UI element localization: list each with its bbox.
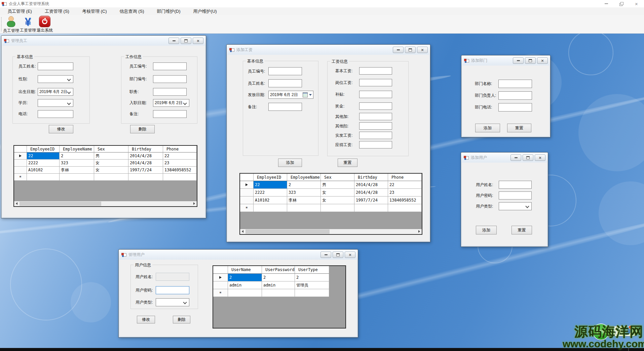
row-header[interactable]: * <box>240 204 254 212</box>
menu-item-4[interactable]: 部门维护(D) <box>153 7 185 15</box>
text-field[interactable] <box>153 88 187 96</box>
scrollbar-thumb[interactable] <box>245 229 330 234</box>
menu-item-2[interactable]: 考核管理 (C) <box>78 7 111 15</box>
reset-button[interactable]: 重置 <box>338 159 357 167</box>
grid-cell[interactable]: 2014/4/28 <box>128 152 163 160</box>
grid-cell[interactable]: 2014/4/28 <box>354 181 388 189</box>
toolbar-employee-button[interactable]: 员工管理 <box>3 16 20 33</box>
table-row[interactable]: 2222323女2014/4/2823 <box>240 189 422 196</box>
table-row[interactable]: 222男2014/4/2822 <box>14 152 197 160</box>
window-titlebar[interactable]: 管理员工 × <box>1 36 206 46</box>
grid-cell[interactable]: A10102 <box>254 196 287 204</box>
grid-cell[interactable]: 23 <box>163 160 197 167</box>
add-button[interactable]: 添加 <box>475 124 500 132</box>
grid-cell[interactable]: 管理员 <box>295 281 329 289</box>
grid-cell[interactable] <box>163 174 197 181</box>
window-titlebar[interactable]: 添加用户 × <box>461 152 548 163</box>
minimize-button[interactable] <box>393 47 404 53</box>
text-field[interactable] <box>498 80 532 88</box>
grid-cell[interactable]: 男 <box>94 152 128 160</box>
grid-cell[interactable]: 2 <box>295 274 329 281</box>
text-field[interactable] <box>498 103 532 112</box>
text-field[interactable] <box>153 75 187 83</box>
table-row[interactable]: 2222323女2014/4/2823 <box>14 160 197 167</box>
close-button[interactable]: × <box>537 57 548 64</box>
table-row[interactable]: A10102李林女1997/7/2413846958552 <box>14 167 197 174</box>
toolbar-salary-button[interactable]: ¥ 工资管理 <box>20 16 36 33</box>
menu-item-5[interactable]: 用户维护(U) <box>189 7 221 15</box>
grid-cell[interactable] <box>295 289 329 297</box>
grid-cell[interactable]: 男 <box>321 181 354 189</box>
grid-cell[interactable]: 323 <box>287 189 321 196</box>
menu-item-3[interactable]: 信息查询 (S) <box>116 7 148 15</box>
grid-cell[interactable]: 22 <box>163 152 197 160</box>
table-row[interactable]: 222男2014/4/2822 <box>240 181 422 189</box>
text-field[interactable] <box>359 91 392 98</box>
reset-button[interactable]: 重置 <box>507 124 531 132</box>
grid-cell[interactable]: 女 <box>94 167 128 174</box>
grid-cell[interactable] <box>354 204 388 212</box>
date-picker-field[interactable]: 2019年 6月 2日 <box>38 88 73 96</box>
grid-cell[interactable]: 323 <box>60 160 94 167</box>
text-field[interactable] <box>38 110 73 118</box>
row-header[interactable] <box>240 189 254 196</box>
text-field[interactable] <box>359 122 392 130</box>
scroll-right-button[interactable] <box>192 201 197 206</box>
new-row[interactable]: * <box>240 204 422 212</box>
grid-cell[interactable] <box>228 289 262 297</box>
row-header[interactable] <box>213 281 228 289</box>
column-header[interactable]: EmployeeName <box>287 174 321 181</box>
grid-cell[interactable]: 13846958552 <box>163 167 197 174</box>
grid-cell[interactable]: 1997/7/24 <box>128 167 163 174</box>
grid-cell[interactable] <box>321 204 354 212</box>
minimize-button[interactable] <box>599 0 614 7</box>
row-header[interactable]: * <box>14 174 27 181</box>
grid-cell[interactable]: 女 <box>94 160 128 167</box>
grid-cell[interactable]: 1997/7/24 <box>354 196 388 204</box>
combo-field[interactable] <box>38 75 73 83</box>
maximize-button[interactable] <box>525 57 536 64</box>
text-field[interactable] <box>359 102 392 110</box>
text-field[interactable] <box>359 113 392 120</box>
minimize-button[interactable] <box>320 252 331 258</box>
restore-button[interactable] <box>614 0 629 7</box>
close-button[interactable]: × <box>535 155 545 161</box>
modify-button[interactable]: 修改 <box>49 125 73 133</box>
toolbar-exit-button[interactable]: 退出系统 <box>36 16 53 33</box>
table-row[interactable]: adminadmin管理员 <box>213 281 345 289</box>
column-header[interactable]: UserType <box>295 266 329 274</box>
close-button[interactable]: × <box>629 0 644 7</box>
main-titlebar[interactable]: 企业人事工资管理系统 × <box>0 0 644 7</box>
window-titlebar[interactable]: 管理用户 × <box>119 250 358 260</box>
delete-button[interactable]: 删除 <box>130 125 155 133</box>
column-header[interactable]: Phone <box>388 174 422 181</box>
grid-cell[interactable] <box>262 289 295 297</box>
close-button[interactable]: × <box>193 38 203 44</box>
column-header[interactable]: Sex <box>321 174 354 181</box>
row-header[interactable] <box>14 160 27 167</box>
grid-cell[interactable] <box>254 204 287 212</box>
column-header[interactable]: Birthday <box>128 146 163 152</box>
table-row[interactable]: A10102李林女1997/7/2413846958552 <box>240 196 422 204</box>
grid-cell[interactable] <box>128 174 163 181</box>
row-header[interactable] <box>14 167 27 174</box>
scrollbar-thumb[interactable] <box>20 202 101 206</box>
grid-cell[interactable]: 2222 <box>254 189 287 196</box>
text-field[interactable] <box>498 91 532 100</box>
text-field[interactable] <box>38 62 73 70</box>
grid-cell[interactable]: 李林 <box>60 167 94 174</box>
h-scrollbar[interactable] <box>240 229 422 234</box>
row-header[interactable] <box>240 196 254 204</box>
column-header[interactable]: EmployeeID <box>27 146 60 152</box>
new-row[interactable]: * <box>213 289 345 297</box>
menu-item-1[interactable]: 工资管理 (S) <box>41 7 73 15</box>
text-field-focused[interactable] <box>156 286 189 294</box>
scroll-left-button[interactable] <box>14 201 19 206</box>
grid-cell[interactable]: 李林 <box>287 196 321 204</box>
grid-cell[interactable]: 13846958552 <box>388 196 422 204</box>
column-header[interactable]: EmployeeID <box>254 174 287 181</box>
row-header[interactable] <box>240 181 254 189</box>
window-titlebar[interactable]: 添加部门 × <box>461 55 550 65</box>
maximize-button[interactable] <box>523 155 533 161</box>
grid-cell[interactable]: 2 <box>228 274 262 281</box>
